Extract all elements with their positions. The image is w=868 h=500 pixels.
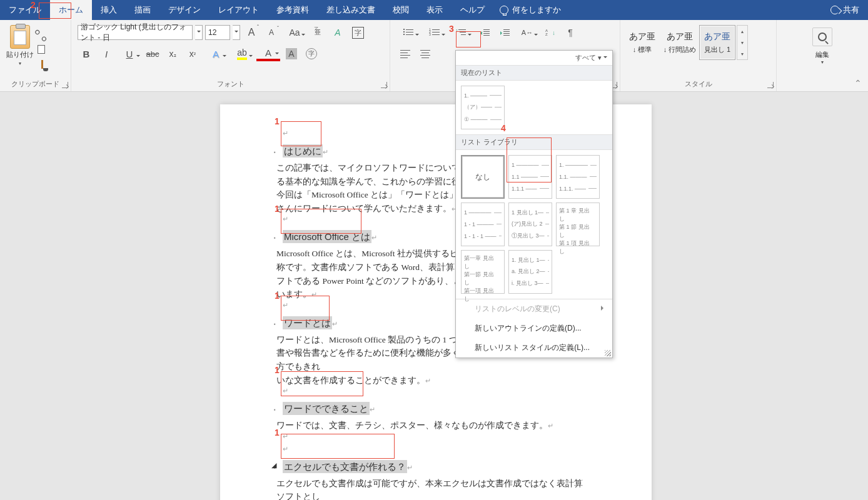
change-case-button[interactable]: Aa [283,25,306,40]
callout-2: 2 [31,0,36,10]
callout-1e: 1 [275,428,280,438]
paste-label: 貼り付け [6,50,34,59]
font-size-combo[interactable]: 12 [205,25,230,40]
clipboard-group-label: クリップボード [0,79,71,89]
heading-5[interactable]: ◢エクセルでも文書が作れる？↵ [276,461,590,473]
document-area: ↵ はじめに↵ この記事では、マイクロソフトワードについてご紹介 る基本的な知識… [0,92,868,500]
list-tile-2[interactable]: 1. ――――1.1. ―――1.1.1. ―― [556,155,600,199]
multilevel-list-popup: すべて ▾ 現在のリスト 1. ――― （ア）―― ① ――― リスト ライブラ… [455,50,613,358]
font-launcher[interactable] [381,82,387,88]
tab-help[interactable]: ヘルプ [452,0,493,20]
clipboard-launcher[interactable] [62,82,68,88]
callout-4: 4 [501,123,506,133]
list-tile-1[interactable]: 1 ――――1.1 ―――1.1.1 ―― [508,155,552,199]
char-shading-button[interactable]: A [283,46,300,61]
enclosed-char-button[interactable]: 字 [303,46,320,61]
share-icon [830,6,839,14]
strikethrough-button[interactable]: abc [144,46,161,61]
superscript-button[interactable]: x [184,46,201,61]
align-left-button[interactable] [396,46,414,61]
asian-layout-button[interactable]: A↔ [515,25,539,40]
style-no-spacing[interactable]: あア亜↓ 行間詰め [662,25,698,60]
editing-label: 編集 [815,50,829,59]
group-font: 游ゴシック Light (見出しのフォント - 日 12 A A Aa 亜 A … [71,20,390,91]
body-text[interactable]: ワードでは、文書、チラシ、ポスター、様々なものが作成できます。 [276,421,548,430]
subscript-button[interactable]: x [164,46,181,61]
style-normal[interactable]: あア亜↓ 標準 [624,25,660,60]
share-label: 共有 [843,4,859,16]
group-clipboard: 貼り付け ▾ クリップボード [0,20,71,91]
callout-1c: 1 [275,291,280,301]
font-group-label: フォント [71,79,390,89]
copy-button[interactable] [38,45,45,54]
tab-draw[interactable]: 描画 [126,0,159,20]
list-tile-3[interactable]: 1 ――――1 - 1 ―――1 - 1 - 1 ―― [461,202,505,246]
decrease-indent-button[interactable] [475,25,493,40]
underline-button[interactable]: U [118,46,141,61]
tab-review[interactable]: 校閲 [384,0,418,20]
tab-layout[interactable]: レイアウト [209,0,268,20]
font-color-button[interactable]: A [256,46,280,61]
format-painter-button[interactable] [41,60,43,69]
bold-button[interactable]: B [78,46,95,61]
text-effects-button[interactable]: A [204,46,228,61]
list-tile-5[interactable]: 第 1 章 見出し第 1 節 見出し第 1 項 見出し [556,202,600,246]
tab-references[interactable]: 参考資料 [268,0,318,20]
current-list-tile[interactable]: 1. ――― （ア）―― ① ――― [461,86,505,129]
popup-section-current: 現在のリスト [456,65,612,81]
change-list-level: リストのレベルの変更(C) [456,299,612,319]
body-text[interactable]: さんにワードについて学んでいただきます。 [276,204,452,213]
tell-me-search[interactable]: 何をしますか [500,4,561,16]
paste-icon [10,25,30,49]
lightbulb-icon [500,6,508,14]
highlight-button[interactable]: ab [230,46,254,61]
sort-button[interactable] [542,25,559,40]
body-text[interactable]: いな文書を作成することができます。 [276,376,425,385]
list-tile-4[interactable]: 1 見出し 1―(ア)見出し 2①見出し 3― [508,202,552,246]
tab-file[interactable]: ファイル [0,0,50,20]
shrink-font-button[interactable]: A [263,25,280,40]
cut-button[interactable] [35,25,51,41]
tab-view[interactable]: 表示 [418,0,452,20]
italic-button[interactable]: I [98,46,115,61]
define-new-outline[interactable]: 新しいアウトラインの定義(D)... [456,319,612,338]
tell-me-label: 何をしますか [512,4,561,16]
list-tile-7[interactable]: 1. 見出し 1―a. 見出し 2―i. 見出し 3― [508,250,552,294]
group-styles: あア亜↓ 標準 あア亜↓ 行間詰め あア亜見出し 1 ▴▾▾ スタイル [620,20,777,91]
body-text[interactable]: エクセルでも文書作成は可能ですが、本来エクセルは文書作成ではなく表計算ソフトとし [276,477,590,500]
callout-1b: 1 [275,204,280,214]
ruby-button[interactable]: 亜 [309,25,326,40]
font-size-dropdown[interactable] [233,25,240,40]
tab-mailings[interactable]: 差し込み文書 [318,0,384,20]
increase-indent-button[interactable] [495,25,513,40]
ribbon: 貼り付け ▾ クリップボード 游ゴシック Light (見出しのフォント - 日… [0,20,868,92]
font-name-dropdown[interactable] [195,25,203,40]
popup-all-dropdown[interactable]: すべて ▾ [456,51,612,65]
search-icon [818,32,827,41]
styles-more-button[interactable]: ▴▾▾ [737,25,748,60]
share-button[interactable]: 共有 [830,4,859,16]
heading-4[interactable]: ワードでできること↵ [276,403,590,415]
find-button[interactable] [812,28,832,46]
paste-button[interactable]: 貼り付け ▾ [6,25,34,66]
define-new-list-style[interactable]: 新しいリスト スタイルの定義(L)... [456,338,612,358]
tab-design[interactable]: デザイン [159,0,209,20]
tab-home[interactable]: ホーム [50,0,92,20]
grow-font-button[interactable]: A [243,25,260,40]
enclose-char-button[interactable]: 字 [349,25,366,40]
popup-resize-handle[interactable] [605,350,611,356]
styles-launcher[interactable] [767,82,774,88]
numbering-button[interactable] [423,25,447,40]
list-tile-6[interactable]: 第一章 見出し第一節 見出し第一項 見出し [461,250,505,294]
title-bar: ファイル ホーム 挿入 描画 デザイン レイアウト 参考資料 差し込み文書 校閲… [0,0,868,20]
bullets-button[interactable] [396,25,420,40]
list-none-tile[interactable]: なし [461,155,505,199]
collapse-ribbon-button[interactable]: ⌃ [854,78,862,88]
tab-insert[interactable]: 挿入 [92,0,126,20]
style-heading1[interactable]: あア亜見出し 1 [699,25,735,60]
align-center-button[interactable] [416,46,434,61]
body-text[interactable]: います。 [276,289,311,299]
clear-formatting-button[interactable]: A [329,25,346,40]
font-name-combo[interactable]: 游ゴシック Light (見出しのフォント - 日 [78,25,193,40]
show-paragraph-marks-button[interactable]: ¶ [562,25,579,40]
